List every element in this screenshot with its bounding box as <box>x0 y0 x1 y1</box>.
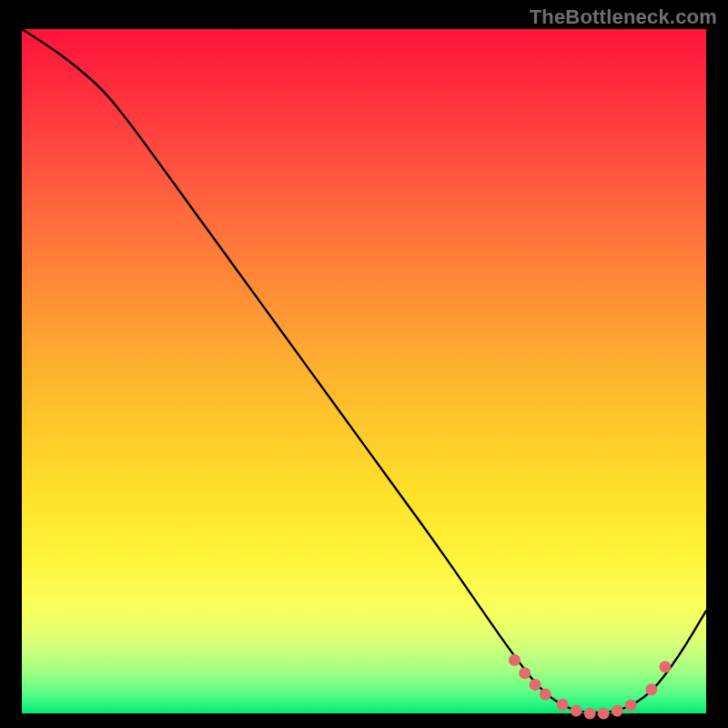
data-marker <box>557 699 569 711</box>
data-marker <box>598 708 610 720</box>
data-marker <box>584 708 596 720</box>
data-marker <box>509 654 521 666</box>
chart-container: TheBottleneck.com <box>0 0 728 728</box>
bottleneck-curve <box>22 29 706 713</box>
data-marker <box>645 683 657 695</box>
watermark-text: TheBottleneck.com <box>530 5 717 29</box>
data-marker <box>612 704 623 716</box>
marker-group <box>509 654 671 720</box>
plot-area <box>22 29 706 713</box>
data-marker <box>625 699 637 711</box>
data-marker <box>540 688 551 700</box>
data-marker <box>530 679 541 691</box>
data-marker <box>519 667 531 679</box>
curve-svg <box>22 29 706 713</box>
data-marker <box>571 704 582 716</box>
data-marker <box>659 661 671 672</box>
